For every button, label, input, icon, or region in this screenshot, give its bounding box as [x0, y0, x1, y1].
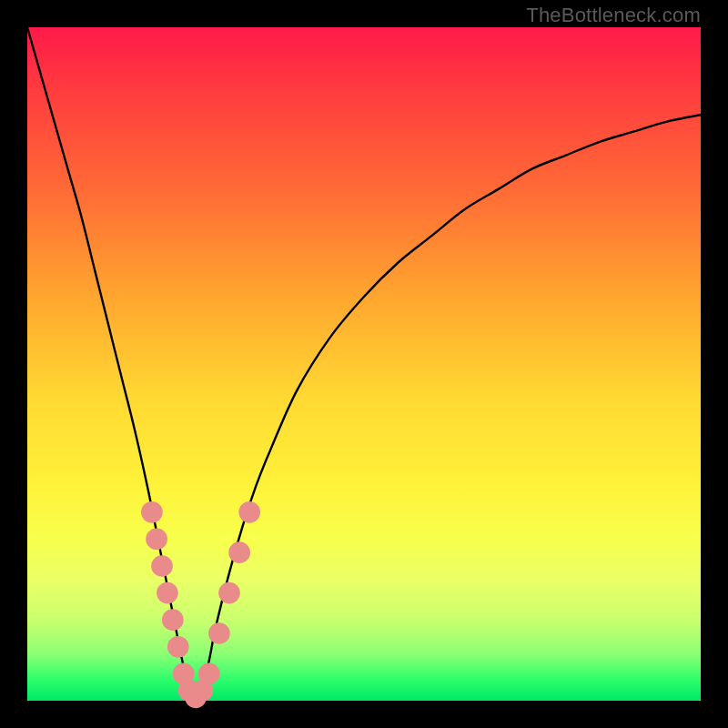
data-marker: [141, 501, 163, 523]
data-markers: [141, 501, 260, 708]
data-marker: [208, 622, 230, 644]
data-marker: [218, 582, 240, 604]
chart-frame: TheBottleneck.com: [0, 0, 728, 728]
data-marker: [146, 529, 167, 551]
data-marker: [151, 555, 173, 577]
plot-area: [27, 27, 701, 701]
data-marker: [198, 663, 220, 685]
data-marker: [157, 582, 178, 604]
border-left: [0, 0, 27, 728]
data-marker: [238, 501, 260, 523]
data-marker: [162, 609, 184, 631]
watermark-text: TheBottleneck.com: [526, 4, 701, 27]
border-right: [701, 0, 728, 728]
chart-svg: [27, 27, 701, 701]
data-marker: [228, 541, 250, 563]
bottleneck-curve: [27, 27, 701, 701]
data-marker: [167, 636, 189, 658]
border-bottom: [0, 701, 728, 728]
